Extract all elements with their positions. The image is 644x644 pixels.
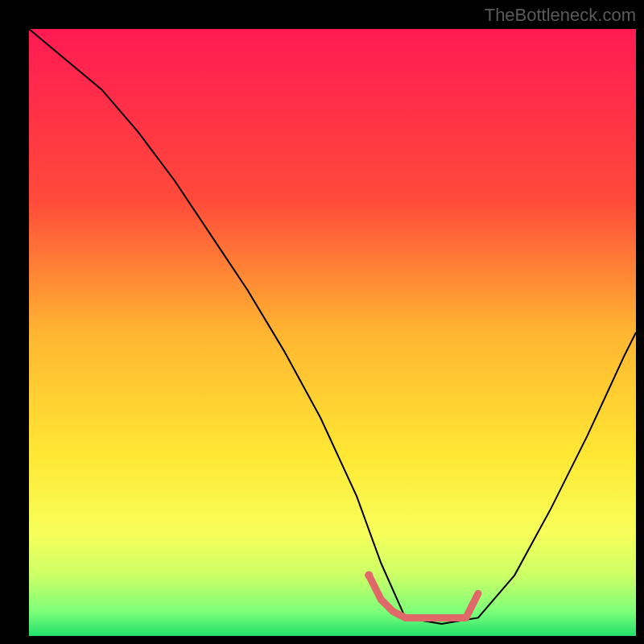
plot-background [29,29,636,636]
watermark-text: TheBottleneck.com [485,5,636,25]
chart-canvas: TheBottleneck.com [0,0,644,644]
bottleneck-chart: TheBottleneck.com [0,0,644,644]
optimal-dot [365,572,373,580]
